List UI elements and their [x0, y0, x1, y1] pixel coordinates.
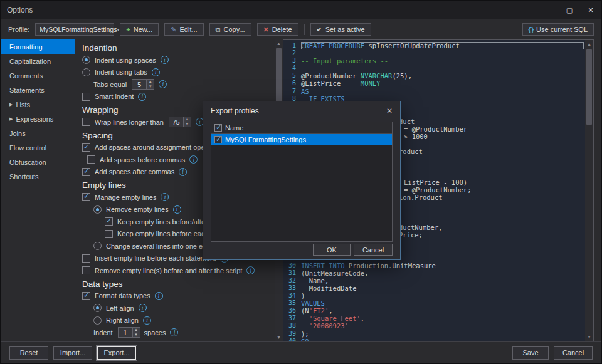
info-icon[interactable]: i	[152, 68, 160, 76]
spinner-up-icon[interactable]: ▲	[184, 117, 191, 122]
spinner-indent[interactable]: 1▲▼	[118, 327, 140, 338]
checkbox-add-spaces-around-assignment-operators[interactable]	[82, 143, 90, 152]
delete-profile-button[interactable]: ✕ Delete	[257, 23, 298, 36]
checkbox-add-spaces-before-commas[interactable]	[87, 155, 95, 164]
checkbox-format-data-types[interactable]	[82, 292, 90, 300]
export-button[interactable]: Export...	[97, 346, 136, 360]
editor-scrollbar[interactable]: ▲ ▼	[585, 40, 593, 341]
checkbox-insert-empty-line-before-each-statement[interactable]	[82, 254, 90, 263]
sidebar-item-comments[interactable]: Comments	[1, 68, 75, 83]
info-icon[interactable]: i	[179, 168, 187, 176]
use-current-sql-button[interactable]: { } Use current SQL	[522, 23, 594, 36]
sidebar-item-capitalization[interactable]: Capitalization	[1, 54, 75, 68]
scroll-down-icon[interactable]: ▼	[585, 333, 593, 341]
ok-button[interactable]: OK	[313, 244, 351, 256]
sidebar-item-formatting[interactable]: Formatting	[1, 39, 75, 54]
set-as-active-button[interactable]: ✔ Set as active	[310, 23, 371, 36]
radio-indent-using-spaces[interactable]	[82, 56, 90, 64]
profile-dropdown[interactable]: MySQLFormattingSettings ▾	[35, 23, 114, 36]
new-profile-button[interactable]: + New...	[120, 23, 159, 36]
code-text: -- Input parameters --	[301, 57, 584, 65]
sidebar-item-expressions[interactable]: ▶Expressions	[1, 112, 75, 126]
info-icon[interactable]: i	[159, 80, 167, 88]
line-number: 5	[283, 72, 301, 80]
info-icon[interactable]: i	[143, 316, 151, 325]
info-icon[interactable]: i	[139, 304, 147, 312]
sidebar: FormattingCapitalizationCommentsStatemen…	[1, 39, 75, 341]
minimize-button[interactable]: —	[537, 1, 559, 19]
dialog-cancel-button[interactable]: Cancel	[354, 244, 393, 256]
info-icon[interactable]: i	[170, 328, 178, 336]
row-indent: Indent1▲▼spacesi	[82, 326, 274, 339]
scroll-up-icon[interactable]: ▲	[275, 39, 283, 48]
radio-left-align[interactable]	[93, 304, 102, 312]
window-controls: — ▢ ✕	[537, 1, 601, 19]
save-button[interactable]: Save	[512, 346, 549, 360]
cancel-button[interactable]: Cancel	[554, 346, 593, 360]
scroll-down-icon[interactable]: ▼	[275, 333, 283, 341]
radio-change-several-lines-into-one-empty-line[interactable]	[93, 242, 102, 250]
import-button[interactable]: Import...	[53, 346, 92, 360]
line-number: 39	[283, 330, 301, 338]
checkbox-wrap-lines-longer-than[interactable]	[82, 118, 90, 126]
copy-profile-button[interactable]: ⧉ Copy...	[209, 23, 251, 36]
pencil-icon: ✎	[171, 26, 176, 33]
sidebar-item-lists[interactable]: ▶Lists	[1, 97, 75, 112]
sidebar-item-joins[interactable]: Joins	[1, 126, 75, 140]
checkbox-manage-empty-lines[interactable]	[82, 193, 90, 201]
line-number: 6	[283, 80, 301, 87]
radio-indent-using-tabs[interactable]	[82, 68, 90, 76]
set-active-button-label: Set as active	[325, 26, 365, 33]
plus-icon: +	[126, 26, 130, 33]
maximize-button[interactable]: ▢	[559, 1, 580, 19]
settings-label: Left align	[106, 304, 134, 312]
checkbox-smart-indent[interactable]	[82, 93, 90, 101]
spinner-down-icon[interactable]: ▼	[147, 85, 154, 90]
code-line-30: 30INSERT INTO Production.UnitMeasure	[283, 262, 593, 269]
profile-checkbox[interactable]	[214, 136, 222, 143]
sidebar-item-obfuscation[interactable]: Obfuscation	[1, 155, 75, 169]
settings-label: Indent	[93, 329, 113, 336]
reset-button[interactable]: Reset	[9, 346, 48, 360]
checkbox-add-spaces-after-commas[interactable]	[82, 168, 90, 176]
edit-button-label: Edit...	[179, 26, 197, 33]
code-line-39: 39);	[283, 330, 593, 338]
spinner-tabs-equal[interactable]: 5▲▼	[132, 79, 154, 90]
sidebar-item-flow-control[interactable]: Flow control	[1, 140, 75, 155]
spinner-up-icon[interactable]: ▲	[133, 328, 140, 333]
radio-remove-empty-lines[interactable]	[93, 205, 102, 214]
edit-profile-button[interactable]: ✎ Edit...	[164, 23, 203, 36]
info-icon[interactable]: i	[138, 93, 146, 101]
info-icon[interactable]: i	[173, 205, 181, 214]
info-icon[interactable]: i	[161, 56, 169, 64]
code-token: ,	[329, 307, 332, 315]
info-icon[interactable]: i	[155, 292, 163, 300]
info-icon[interactable]: i	[246, 266, 255, 274]
dialog-close-button[interactable]: ✕	[386, 107, 393, 115]
code-token: = @ProductNumber	[404, 125, 467, 133]
sidebar-item-statements[interactable]: Statements	[1, 83, 75, 97]
spinner-wrap-lines-longer-than[interactable]: 75▲▼	[169, 117, 191, 127]
code-text: Name,	[301, 277, 584, 284]
sidebar-item-label: Comments	[9, 72, 43, 80]
profile-row-mysqlformattingsettings[interactable]: MySQLFormattingSettings	[211, 134, 392, 145]
spinner-up-icon[interactable]: ▲	[147, 80, 154, 85]
sidebar-item-shortcuts[interactable]: Shortcuts	[1, 169, 75, 184]
profile-list-header: Name	[211, 122, 392, 134]
spinner-down-icon[interactable]: ▼	[184, 122, 191, 127]
close-button[interactable]: ✕	[580, 1, 601, 19]
checkbox-keep-empty-lines-before-each-statem[interactable]	[105, 230, 113, 238]
scroll-up-icon[interactable]: ▲	[585, 40, 593, 48]
editor-scrollbar-thumb[interactable]	[586, 49, 592, 125]
settings-label: Smart indent	[95, 93, 134, 100]
checkbox-remove-empty-line-s-before-and-after-the-script[interactable]	[82, 266, 90, 274]
code-token: AS	[301, 88, 309, 95]
checkbox-keep-empty-lines-before-after-comme[interactable]	[105, 217, 113, 226]
code-text: '20080923'	[301, 322, 584, 330]
radio-right-align[interactable]	[93, 316, 102, 325]
spinner-down-icon[interactable]: ▼	[133, 333, 140, 338]
settings-label: Tabs equal	[93, 81, 127, 88]
info-icon[interactable]: i	[189, 155, 198, 164]
select-all-checkbox[interactable]	[214, 124, 222, 132]
info-icon[interactable]: i	[161, 193, 169, 201]
